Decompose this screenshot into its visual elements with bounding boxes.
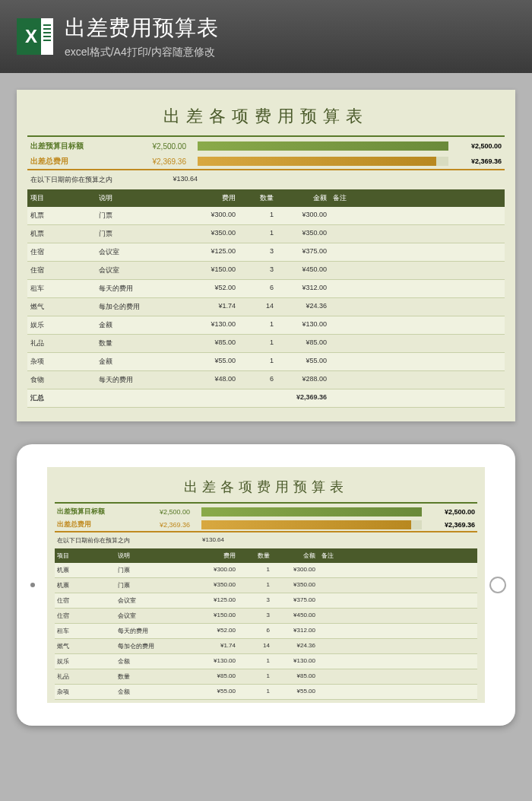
col-qty: 数量 [236,551,270,560]
table-row: 住宿会议室¥125.003¥375.00 [27,243,505,262]
cell-amount: ¥55.00 [270,688,315,696]
table-row: 杂项金额¥55.001¥55.00 [27,353,505,371]
target-bar-value: ¥2,500.00 [448,142,502,150]
cell-note [327,211,502,221]
total-bar-value: ¥2,369.36 [448,157,502,165]
table-row: 燃气每加仑的费用¥1.7414¥24.36 [27,298,505,316]
cell-note [327,375,502,385]
cell-cost: ¥1.74 [190,642,236,650]
cell-qty: 3 [236,247,274,257]
target-bar-value: ¥2,500.00 [422,508,475,516]
table-row: 娱乐金额¥130.001¥130.00 [55,654,477,669]
tablet-preview: 出差各项费用预算表 出差预算目标额 ¥2,500.00 ¥2,500.00 出差… [17,444,515,726]
cell-note [315,612,475,620]
table-body: 机票门票¥300.001¥300.00机票门票¥350.001¥350.00住宿… [27,207,505,408]
cell-qty: 3 [236,612,270,620]
remaining-row: 在以下日期前你在预算之内 ¥130.64 [27,170,505,189]
table-row: 机票门票¥350.001¥350.00 [27,225,505,243]
cell-desc: 会议室 [118,612,190,620]
table-body: 机票门票¥300.001¥300.00机票门票¥350.001¥350.00住宿… [55,563,477,703]
table-row: 杂项金额¥55.001¥55.00 [55,685,477,700]
col-amount: 金额 [270,551,315,560]
cell-item: 食物 [30,375,99,385]
total-value: ¥2,369.36 [114,157,198,166]
cell-cost: ¥300.00 [182,211,236,221]
table-row: 租车每天的费用¥52.006¥312.00 [55,624,477,639]
cell-desc: 每天的费用 [118,627,190,635]
col-cost: 费用 [182,193,236,203]
table-row: 食物每天的费用¥48.006¥288.00 [27,371,505,389]
cell-item: 礼品 [30,339,99,348]
cell-item: 机票 [57,581,118,590]
col-desc: 说明 [118,551,190,560]
cell-note [327,357,502,367]
cell-qty: 14 [236,642,270,650]
cell-cost: ¥150.00 [190,612,236,620]
divider [27,135,505,137]
cell-amount: ¥450.00 [270,612,315,620]
cell-amount: ¥450.00 [274,265,327,275]
cell-qty: 1 [236,229,274,239]
cell-desc: 金额 [118,657,190,666]
table-row: 机票门票¥300.001¥300.00 [55,563,477,578]
cell-item: 杂项 [30,357,99,367]
cell-item: 住宿 [57,596,118,605]
cell-cost: ¥85.00 [182,339,236,348]
target-value: ¥2,500.00 [129,508,201,516]
excel-icon: X [17,18,53,55]
target-bar [198,141,448,151]
cell-amount: ¥312.00 [270,627,315,635]
cell-desc: 金额 [99,357,182,367]
table-total-row: 汇总¥2,369.36 [27,389,505,408]
total-label: 出差总费用 [57,520,129,529]
tablet-screen: 出差各项费用预算表 出差预算目标额 ¥2,500.00 ¥2,500.00 出差… [47,467,485,703]
cell-note [315,627,475,635]
total-label: 出差总费用 [30,156,114,167]
cell-amount: ¥300.00 [270,566,315,574]
cell-amount: ¥85.00 [270,672,315,681]
cell-qty: 14 [236,302,274,312]
cell-item: 娱乐 [57,657,118,666]
table-header: 项目 说明 费用 数量 金额 备注 [55,548,477,563]
table-row: 食物每天的费用¥48.006¥288.00 [55,700,477,703]
cell-qty: 1 [236,657,270,666]
cell-qty: 1 [236,357,274,367]
cell-desc: 金额 [99,320,182,330]
target-value: ¥2,500.00 [114,142,198,151]
cell-cost: ¥130.00 [190,657,236,666]
cell-qty: 6 [236,627,270,635]
cell-desc: 会议室 [118,596,190,605]
cell-cost: ¥150.00 [182,265,236,275]
cell-qty: 1 [236,211,274,221]
cell-qty: 6 [236,284,274,294]
cell-qty: 1 [236,320,274,330]
cell-note [327,339,502,348]
cell-item: 机票 [30,229,99,239]
col-note: 备注 [327,193,502,203]
cell-amount: ¥288.00 [274,375,327,385]
col-item: 项目 [30,193,99,203]
table-row: 娱乐金额¥130.001¥130.00 [27,316,505,335]
cell-desc: 每天的费用 [99,284,182,294]
cell-item: 燃气 [57,642,118,650]
cell-note [315,672,475,681]
banner-title: 出差费用预算表 [65,14,515,43]
divider [55,502,477,504]
cell-item: 住宿 [57,612,118,620]
cell-desc: 门票 [99,211,182,221]
cell-cost: ¥55.00 [190,688,236,696]
cell-cost: ¥52.00 [190,627,236,635]
table-row: 礼品数量¥85.001¥85.00 [55,669,477,685]
cell-item: 礼品 [57,672,118,681]
cell-note [327,284,502,294]
cell-cost: ¥125.00 [182,247,236,257]
summary-total-row: 出差总费用 ¥2,369.36 ¥2,369.36 [27,154,505,169]
table-row: 住宿会议室¥150.003¥450.00 [27,262,505,280]
cell-amount: ¥300.00 [274,211,327,221]
cell-note [327,320,502,330]
cell-cost: ¥48.00 [182,375,236,385]
cell-desc: 门票 [118,566,190,574]
cell-note [315,596,475,605]
table-row: 燃气每加仑的费用¥1.7414¥24.36 [55,639,477,654]
sheet-title: 出差各项费用预算表 [55,475,477,502]
